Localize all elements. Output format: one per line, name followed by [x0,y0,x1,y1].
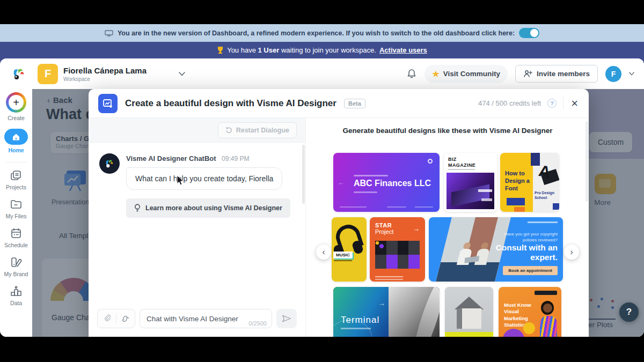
beta-badge: Beta [344,99,365,108]
help-button[interactable]: ? [619,302,639,322]
sidebar-item-my-files[interactable]: My Files [5,198,26,219]
arrow-left-icon: ← [338,179,345,187]
visme-logo [10,65,28,83]
template-card-abc-finances[interactable]: ← ABC Finances LLC [333,153,440,212]
workspace-info: Fiorella Cánepa Lama Workspace [63,66,147,82]
learn-more-label: Learn more about using Visme AI Designer [145,204,282,212]
visit-community-button[interactable]: ★ Visit Community [425,65,508,83]
magazine-cover-photo [447,173,494,209]
chat-message: Visme AI Designer ChatBot 09:49 PM What … [99,153,290,218]
modal-header-right: 474 / 500 credits left ? × [478,97,579,110]
template-card-real-estate[interactable]: Real Estate [445,287,493,337]
sidebar-item-projects[interactable]: Projects [6,169,26,190]
trophy-icon [217,46,224,54]
restart-icon [225,127,232,134]
learn-more-button[interactable]: Learn more about using Visme AI Designer [126,198,290,218]
book-appointment-button[interactable]: Book an appointment [503,266,558,275]
invite-members-label: Invite members [537,70,590,78]
header-divider [563,97,564,110]
template-card-design-font[interactable]: How to Design a Font A Pro Design School [500,153,559,212]
ai-designer-icon [98,94,118,113]
person-graphic [543,304,552,313]
carousel-next-button[interactable]: › [564,245,579,260]
activate-users-link[interactable]: Activate users [379,46,427,54]
sidebar-item-label: Create [8,115,25,121]
restart-dialogue-button[interactable]: Restart Dialogue [218,122,297,138]
attach-file-button[interactable] [100,311,116,327]
app-header: F Fiorella Cánepa Lama Workspace ★ Visit… [0,58,644,89]
sidebar-item-create[interactable]: + Create [6,92,26,121]
ai-designer-modal: Create a beautiful design with Visme AI … [89,89,589,337]
avatar-chevron-down-icon[interactable] [629,72,634,76]
modal-title: Create a beautiful design with Visme AI … [125,98,336,109]
chat-composer: 0/2500 [97,309,297,328]
attach-link-button[interactable] [116,311,133,327]
card-title: How to Design a Font [505,170,532,192]
card-title: ABC Finances LLC [354,179,431,188]
template-card-consult-expert[interactable]: Have you got your copyright policies rev… [429,217,563,282]
credits-help-icon[interactable]: ? [547,99,557,108]
monitor-icon [105,30,113,36]
card-title: MUSIC [333,252,353,258]
close-icon[interactable]: × [570,98,579,109]
arrow-right-icon: → [378,299,385,307]
carousel-prev-button[interactable]: ‹ [316,245,331,260]
sidebar-divider [5,162,27,162]
attachment-toolbar [97,309,135,328]
template-card-terminal[interactable]: → Terminal [333,287,440,337]
gallery-title: Generate beautiful designs like these wi… [306,127,589,135]
send-button[interactable] [276,309,297,328]
card-title: STAR [375,222,392,228]
sidebar-item-home[interactable]: Home [4,129,28,153]
paperclip-icon [104,314,112,323]
arrow-right-icon: → [413,225,420,233]
chevron-down-icon[interactable] [179,72,185,76]
workspace-banner-text: You have 1 User waiting to join your wor… [227,46,376,54]
template-card-biz-magazine[interactable]: BIZ MAGAZINE [444,153,497,212]
data-podium-icon [10,285,23,298]
modal-header: Create a beautiful design with Visme AI … [89,89,589,118]
sidebar-nav: + Create Home Projects My Files Schedule [0,89,32,337]
notifications-bell-icon[interactable] [406,68,417,79]
sidebar-item-label: Home [8,147,24,153]
chat-input-wrap: 0/2500 [140,309,272,328]
architecture-photo [389,287,440,337]
bot-name: Visme AI Designer ChatBot [126,154,216,162]
new-dashboard-banner-text: You are in the new version of Dashboard,… [118,29,515,37]
sidebar-item-data[interactable]: Data [10,285,23,306]
credits-counter: 474 / 500 credits left [478,99,541,107]
invite-members-button[interactable]: Invite members [515,65,598,83]
star-icon: ★ [432,69,439,79]
link-icon [120,315,129,322]
card-title: Consult with an expert. [488,243,558,262]
home-icon [4,129,28,145]
mouse-cursor [176,175,185,187]
template-card-music[interactable]: MUSIC [332,217,367,282]
gallery-scrollbar[interactable] [586,121,588,202]
person-plus-icon [523,70,532,78]
house-graphic [455,297,484,309]
card-question: Have you got your copyright policies rev… [499,231,558,243]
bot-message-bubble: What can I help you create today, Fiorel… [126,167,282,190]
brand-swatch-icon [10,256,23,269]
sidebar-item-label: Schedule [4,242,28,248]
sidebar-item-schedule[interactable]: Schedule [4,227,28,248]
gallery-panel: Generate beautiful designs like these wi… [306,118,589,337]
message-timestamp: 09:49 PM [222,155,249,162]
sidebar-item-my-brand[interactable]: My Brand [4,256,28,277]
dashboard-version-toggle[interactable] [519,28,539,38]
projects-icon [10,169,23,182]
record-dot-icon [428,159,433,164]
toggle-knob [530,29,538,37]
sidebar-item-label: My Files [5,213,26,219]
user-avatar[interactable]: F [605,66,621,82]
chat-scrollbar[interactable] [302,145,305,204]
template-card-star-project[interactable]: STAR Project → [370,217,425,282]
sidebar-item-label: Data [10,300,22,306]
workspace-switcher[interactable]: F Fiorella Cánepa Lama Workspace [38,64,147,84]
chat-message-body: Visme AI Designer ChatBot 09:49 PM What … [126,153,290,218]
header-actions: ★ Visit Community Invite members F [406,65,634,83]
create-icon: + [6,92,26,113]
workspace-sublabel: Workspace [63,76,147,82]
template-card-marketing-stats[interactable]: Must Know Visual Marketing Statistics [499,287,561,337]
